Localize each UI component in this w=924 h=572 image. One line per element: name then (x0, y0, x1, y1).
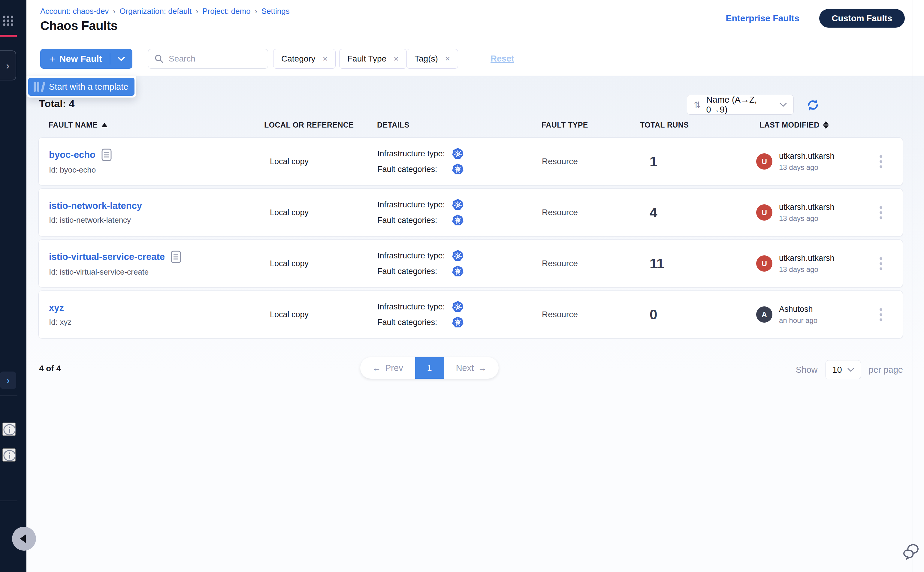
chevron-down-icon[interactable] (110, 56, 132, 61)
sort-label: Name (A→Z, 0→9) (706, 95, 774, 115)
chevron-down-icon (848, 368, 854, 372)
breadcrumb: Account: chaos-dev› Organization: defaul… (40, 6, 290, 16)
left-nav-rail: › › (0, 0, 26, 572)
pagination: 4 of 4 ← Prev 1 Next → Show 10 (39, 357, 903, 380)
sort-ascending-icon (101, 123, 108, 127)
fault-id: Id: istio-network-latency (49, 216, 131, 225)
reset-filters-link[interactable]: Reset (490, 54, 514, 64)
fault-categories-label: Fault categories: (377, 165, 452, 174)
info-button[interactable] (2, 448, 16, 462)
chevron-left-icon (20, 535, 26, 543)
fault-rows: byoc-echo Id: byoc-echo Local copy Infra… (39, 137, 903, 342)
kubernetes-icon (452, 250, 464, 262)
kubernetes-icon (452, 214, 464, 226)
chevron-down-icon (779, 103, 787, 107)
active-module-accent (0, 35, 17, 37)
breadcrumb-project[interactable]: Project: demo (202, 6, 250, 16)
support-chat-button[interactable] (903, 542, 923, 562)
filter-category[interactable]: Category × (273, 49, 336, 69)
total-runs: 4 (633, 189, 732, 236)
next-page-button[interactable]: Next → (444, 357, 499, 379)
per-page-select[interactable]: 10 (826, 360, 861, 379)
nav-expand-button[interactable]: › (0, 50, 16, 81)
total-runs: 1 (633, 138, 732, 185)
column-fault-type: FAULT TYPE (531, 121, 633, 129)
filter-label: Tag(s) (415, 54, 438, 64)
infrastructure-type-label: Infrastructure type: (377, 149, 452, 159)
infrastructure-type-label: Infrastructure type: (377, 302, 452, 311)
chevron-right-icon: › (2, 60, 9, 72)
template-library-icon (34, 82, 43, 92)
breadcrumb-account[interactable]: Account: chaos-dev (40, 6, 109, 16)
main-area: Account: chaos-dev› Organization: defaul… (26, 0, 924, 572)
filter-label: Fault Type (347, 54, 386, 64)
table-row: byoc-echo Id: byoc-echo Local copy Infra… (39, 137, 903, 185)
refresh-button[interactable] (806, 98, 820, 112)
show-label: Show (796, 365, 818, 375)
kubernetes-icon (452, 199, 464, 211)
page-1-button[interactable]: 1 (415, 357, 444, 379)
faults-list-section: Total: 4 ⇅ Name (A→Z, 0→9) FAULT NAME LO… (26, 76, 924, 572)
row-menu-button[interactable] (877, 254, 885, 273)
close-icon[interactable]: × (394, 54, 398, 64)
total-count: Total: 4 (39, 98, 75, 110)
new-fault-button[interactable]: + New Fault (40, 49, 132, 69)
new-fault-dropdown: Start with a template (26, 76, 136, 98)
kubernetes-icon (452, 265, 464, 277)
column-total-runs: TOTAL RUNS (633, 121, 732, 129)
row-menu-button[interactable] (877, 203, 885, 222)
sort-dropdown[interactable]: ⇅ Name (A→Z, 0→9) (687, 95, 794, 115)
fault-type: Resource (531, 240, 633, 287)
fault-type: Resource (531, 291, 633, 338)
apps-grid-icon[interactable] (3, 16, 13, 26)
filter-fault-type[interactable]: Fault Type × (339, 49, 407, 69)
fault-name-link[interactable]: istio-virtual-service-create (49, 252, 165, 262)
filter-label: Category (281, 54, 316, 64)
sidebar-collapse-handle[interactable] (12, 527, 36, 551)
local-or-reference: Local copy (255, 189, 363, 236)
enterprise-faults-link[interactable]: Enterprise Faults (726, 13, 800, 23)
fault-name-link[interactable]: xyz (49, 303, 64, 313)
new-fault-label: New Fault (59, 54, 102, 64)
toolbar: + New Fault Category × Fault Type × Tag(… (26, 42, 924, 76)
filter-tags[interactable]: Tag(s) × (406, 49, 458, 69)
breadcrumb-settings[interactable]: Settings (261, 6, 290, 16)
close-icon[interactable]: × (323, 54, 328, 64)
arrow-left-icon: ← (372, 363, 381, 373)
fault-name-link[interactable]: byoc-echo (49, 149, 95, 160)
row-menu-button[interactable] (877, 305, 885, 324)
column-last-modified[interactable]: LAST MODIFIED (732, 121, 858, 129)
sort-arrows-icon: ⇅ (694, 100, 701, 110)
manifest-icon (101, 149, 112, 161)
prev-page-button[interactable]: ← Prev (360, 357, 415, 379)
total-runs: 11 (633, 240, 732, 287)
modified-by-user: Ashutosh (779, 305, 817, 314)
kubernetes-icon (452, 301, 464, 313)
total-runs: 0 (633, 291, 732, 338)
close-icon[interactable]: × (445, 54, 450, 64)
modified-time: 13 days ago (779, 265, 835, 274)
search-box (148, 49, 268, 69)
fault-categories-label: Fault categories: (377, 267, 452, 276)
row-menu-button[interactable] (877, 152, 885, 171)
info-button[interactable] (2, 423, 16, 436)
local-or-reference: Local copy (255, 138, 363, 185)
modified-time: an hour ago (779, 316, 817, 325)
menu-item-start-with-template[interactable]: Start with a template (28, 78, 134, 96)
table-row: istio-virtual-service-create Id: istio-v… (39, 239, 903, 288)
avatar: U (756, 153, 772, 169)
column-fault-name[interactable]: FAULT NAME (39, 121, 255, 129)
avatar: U (756, 255, 772, 272)
kubernetes-icon (452, 148, 464, 160)
search-input[interactable] (169, 54, 259, 64)
fault-name-link[interactable]: istio-network-latency (49, 201, 142, 211)
table-header: FAULT NAME LOCAL OR REFERENCE DETAILS FA… (39, 121, 903, 129)
sidebar-expand-button[interactable]: › (0, 371, 16, 389)
breadcrumb-organization[interactable]: Organization: default (120, 6, 191, 16)
sort-both-icon (823, 121, 829, 129)
breadcrumb-separator: › (255, 7, 257, 16)
fault-categories-label: Fault categories: (377, 318, 452, 327)
fault-id: Id: byoc-echo (49, 165, 96, 175)
avatar: U (756, 204, 772, 221)
custom-faults-button[interactable]: Custom Faults (819, 9, 905, 28)
